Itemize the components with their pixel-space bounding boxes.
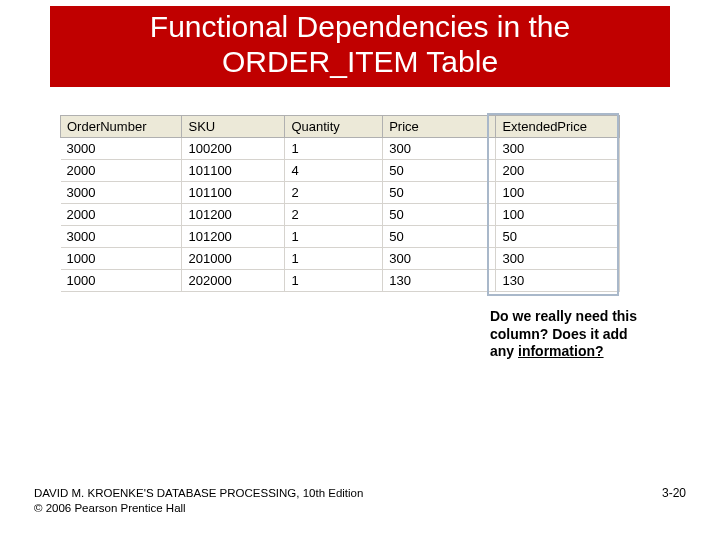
cell-ordernumber: 3000	[61, 182, 182, 204]
cell-sku: 101200	[182, 226, 285, 248]
cell-quantity: 1	[285, 138, 383, 160]
cell-quantity: 4	[285, 160, 383, 182]
footer-line-1: DAVID M. KROENKE'S DATABASE PROCESSING, …	[34, 486, 686, 501]
title-line-1: Functional Dependencies in the	[150, 10, 570, 43]
cell-price: 300	[383, 248, 496, 270]
cell-ordernumber: 2000	[61, 160, 182, 182]
cell-price: 50	[383, 204, 496, 226]
cell-sku: 201000	[182, 248, 285, 270]
table-row: 1000 202000 1 130 130	[61, 270, 620, 292]
callout-line-1: Do we really need this	[490, 308, 637, 324]
cell-price: 50	[383, 160, 496, 182]
callout-line-3-underlined: information?	[518, 343, 604, 359]
cell-sku: 202000	[182, 270, 285, 292]
col-header-quantity: Quantity	[285, 116, 383, 138]
cell-sku: 101100	[182, 182, 285, 204]
callout-text: Do we really need this column? Does it a…	[490, 308, 690, 361]
cell-price: 300	[383, 138, 496, 160]
cell-quantity: 1	[285, 248, 383, 270]
cell-sku: 101200	[182, 204, 285, 226]
table-row: 2000 101200 2 50 100	[61, 204, 620, 226]
table-row: 3000 101200 1 50 50	[61, 226, 620, 248]
order-item-table: OrderNumber SKU Quantity Price ExtendedP…	[60, 115, 620, 292]
page-number: 3-20	[662, 486, 686, 502]
cell-quantity: 1	[285, 270, 383, 292]
table-row: 1000 201000 1 300 300	[61, 248, 620, 270]
table-row: 3000 100200 1 300 300	[61, 138, 620, 160]
cell-extprice: 200	[496, 160, 620, 182]
table-row: 3000 101100 2 50 100	[61, 182, 620, 204]
cell-price: 50	[383, 182, 496, 204]
cell-sku: 101100	[182, 160, 285, 182]
cell-ordernumber: 3000	[61, 138, 182, 160]
table-body: 3000 100200 1 300 300 2000 101100 4 50 2…	[61, 138, 620, 292]
cell-extprice: 300	[496, 248, 620, 270]
slide: Functional Dependencies in the ORDER_ITE…	[0, 0, 720, 540]
col-header-extendedprice: ExtendedPrice	[496, 116, 620, 138]
cell-ordernumber: 2000	[61, 204, 182, 226]
cell-ordernumber: 3000	[61, 226, 182, 248]
cell-extprice: 100	[496, 204, 620, 226]
cell-quantity: 2	[285, 182, 383, 204]
slide-title: Functional Dependencies in the ORDER_ITE…	[50, 6, 670, 87]
col-header-sku: SKU	[182, 116, 285, 138]
cell-quantity: 2	[285, 204, 383, 226]
cell-extprice: 130	[496, 270, 620, 292]
callout-line-3-prefix: any	[490, 343, 518, 359]
col-header-price: Price	[383, 116, 496, 138]
callout-line-2: column? Does it add	[490, 326, 628, 342]
col-header-ordernumber: OrderNumber	[61, 116, 182, 138]
cell-sku: 100200	[182, 138, 285, 160]
footer-line-2: © 2006 Pearson Prentice Hall	[34, 501, 686, 516]
cell-ordernumber: 1000	[61, 270, 182, 292]
cell-ordernumber: 1000	[61, 248, 182, 270]
cell-quantity: 1	[285, 226, 383, 248]
table-row: 2000 101100 4 50 200	[61, 160, 620, 182]
cell-extprice: 100	[496, 182, 620, 204]
table-header-row: OrderNumber SKU Quantity Price ExtendedP…	[61, 116, 620, 138]
cell-extprice: 50	[496, 226, 620, 248]
slide-footer: DAVID M. KROENKE'S DATABASE PROCESSING, …	[34, 486, 686, 516]
order-item-table-wrap: OrderNumber SKU Quantity Price ExtendedP…	[60, 115, 620, 292]
cell-price: 50	[383, 226, 496, 248]
title-line-2: ORDER_ITEM Table	[222, 45, 498, 78]
cell-price: 130	[383, 270, 496, 292]
cell-extprice: 300	[496, 138, 620, 160]
